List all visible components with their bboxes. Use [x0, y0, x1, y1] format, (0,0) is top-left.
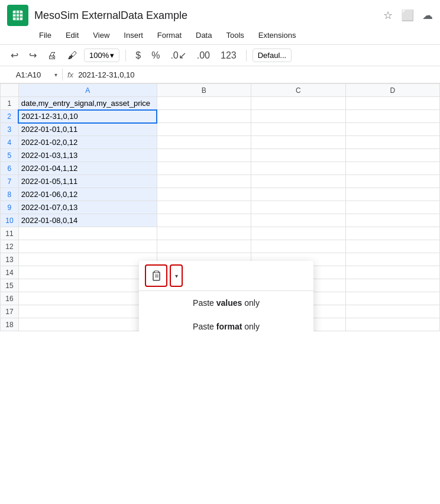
print-button[interactable]: 🖨 [44, 48, 60, 63]
cell-d16[interactable] [345, 292, 439, 305]
col-header-c[interactable]: C [251, 84, 345, 97]
cell-c7[interactable] [251, 175, 345, 188]
cell-d9[interactable] [345, 201, 439, 214]
cell-a3[interactable]: 2022-01-01,0,11 [18, 123, 157, 136]
cell-a1[interactable]: date,my_entry_signal,my_asset_price [18, 97, 157, 110]
cell-a14[interactable] [18, 266, 157, 279]
cell-d6[interactable] [345, 162, 439, 175]
zoom-selector[interactable]: 100% ▾ [84, 49, 119, 62]
row-number-16: 16 [1, 292, 19, 305]
paint-format-button[interactable]: 🖌 [64, 48, 80, 63]
cell-b11[interactable] [157, 227, 251, 240]
cell-d8[interactable] [345, 188, 439, 201]
cell-c12[interactable] [251, 240, 345, 253]
row-number-13: 13 [1, 253, 19, 266]
cell-d3[interactable] [345, 123, 439, 136]
cell-c2[interactable] [251, 110, 345, 123]
cell-d5[interactable] [345, 149, 439, 162]
row-number-12: 12 [1, 240, 19, 253]
undo-button[interactable]: ↩ [7, 47, 22, 63]
cell-b9[interactable] [157, 201, 251, 214]
menu-data[interactable]: Data [190, 28, 218, 42]
cell-d18[interactable] [345, 318, 439, 331]
cell-b2[interactable] [157, 110, 251, 123]
cell-c4[interactable] [251, 136, 345, 149]
menu-tools[interactable]: Tools [220, 28, 250, 42]
menu-file[interactable]: File [33, 28, 57, 42]
cell-a8[interactable]: 2022-01-06,0,12 [18, 188, 157, 201]
col-header-d[interactable]: D [345, 84, 439, 97]
cell-ref-arrow-icon[interactable]: ▾ [54, 72, 57, 78]
menu-view[interactable]: View [87, 28, 115, 42]
cell-c9[interactable] [251, 201, 345, 214]
cell-d14[interactable] [345, 266, 439, 279]
cell-b7[interactable] [157, 175, 251, 188]
cell-a13[interactable] [18, 253, 157, 266]
cell-b5[interactable] [157, 149, 251, 162]
cell-a7[interactable]: 2022-01-05,1,11 [18, 175, 157, 188]
cell-d1[interactable] [345, 97, 439, 110]
cell-a15[interactable] [18, 279, 157, 292]
cell-a2[interactable]: 2021-12-31,0,10 [18, 110, 157, 123]
col-header-b[interactable]: B [157, 84, 251, 97]
menu-extensions[interactable]: Extensions [253, 28, 302, 42]
cell-a12[interactable] [18, 240, 157, 253]
col-header-a[interactable]: A [18, 84, 157, 97]
cell-d17[interactable] [345, 305, 439, 318]
zoom-value: 100% [89, 51, 109, 60]
toolbar: ↩ ↪ 🖨 🖌 100% ▾ $ % .0↙ .00 123 Defaul... [0, 44, 440, 66]
cell-c6[interactable] [251, 162, 345, 175]
svg-rect-0 [13, 11, 23, 21]
cell-a9[interactable]: 2022-01-07,0,13 [18, 201, 157, 214]
cell-b8[interactable] [157, 188, 251, 201]
cell-d7[interactable] [345, 175, 439, 188]
cloud-icon[interactable]: ☁ [422, 9, 433, 22]
decimal-decrease-button[interactable]: .0↙ [167, 47, 189, 63]
star-icon[interactable]: ☆ [383, 9, 393, 22]
cell-a17[interactable] [18, 305, 157, 318]
cell-b10[interactable] [157, 214, 251, 227]
menu-edit[interactable]: Edit [60, 28, 85, 42]
cell-d13[interactable] [345, 253, 439, 266]
cell-c10[interactable] [251, 214, 345, 227]
paste-dropdown-arrow[interactable]: ▾ [170, 264, 183, 287]
cell-a18[interactable] [18, 318, 157, 331]
decimal-increase-button[interactable]: .00 [193, 48, 213, 63]
cell-c1[interactable] [251, 97, 345, 110]
formula-input[interactable]: 2021-12-31,0,10 [78, 70, 435, 79]
cell-b1[interactable] [157, 97, 251, 110]
cell-b3[interactable] [157, 123, 251, 136]
cell-d11[interactable] [345, 227, 439, 240]
cell-d4[interactable] [345, 136, 439, 149]
cell-d10[interactable] [345, 214, 439, 227]
cell-a10[interactable]: 2022-01-08,0,14 [18, 214, 157, 227]
table-row: 7 2022-01-05,1,11 [1, 175, 440, 188]
cell-d15[interactable] [345, 279, 439, 292]
cell-a11[interactable] [18, 227, 157, 240]
currency-button[interactable]: $ [132, 48, 144, 63]
number-format-button[interactable]: 123 [217, 48, 240, 63]
cell-a16[interactable] [18, 292, 157, 305]
cell-a5[interactable]: 2022-01-03,1,13 [18, 149, 157, 162]
cell-b4[interactable] [157, 136, 251, 149]
cell-reference-input[interactable]: A1:A10 [5, 70, 52, 79]
paste-icon-button[interactable] [145, 264, 167, 287]
paste-format-only-button[interactable]: Paste format only [139, 315, 313, 331]
font-selector[interactable]: Defaul... [253, 49, 292, 62]
cell-c11[interactable] [251, 227, 345, 240]
folder-icon[interactable]: ⬜ [401, 9, 414, 22]
cell-c3[interactable] [251, 123, 345, 136]
redo-button[interactable]: ↪ [25, 47, 40, 63]
menu-format[interactable]: Format [151, 28, 187, 42]
percent-button[interactable]: % [148, 48, 163, 63]
cell-a4[interactable]: 2022-01-02,0,12 [18, 136, 157, 149]
cell-c8[interactable] [251, 188, 345, 201]
cell-a6[interactable]: 2022-01-04,1,12 [18, 162, 157, 175]
paste-values-only-button[interactable]: Paste values only [139, 291, 313, 315]
cell-d2[interactable] [345, 110, 439, 123]
cell-c5[interactable] [251, 149, 345, 162]
cell-b12[interactable] [157, 240, 251, 253]
menu-insert[interactable]: Insert [118, 28, 149, 42]
cell-b6[interactable] [157, 162, 251, 175]
cell-d12[interactable] [345, 240, 439, 253]
